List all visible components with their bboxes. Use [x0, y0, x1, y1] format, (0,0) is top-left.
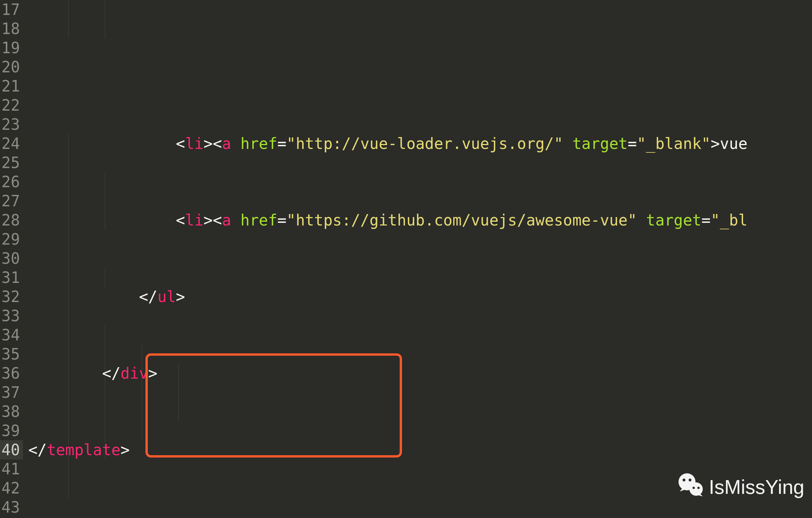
code-line[interactable]: <li><a href="http://vue-loader.vuejs.org… [28, 134, 812, 153]
code-line[interactable]: </template> [28, 440, 812, 459]
line-number: 36 [0, 364, 23, 383]
line-number: 34 [0, 325, 23, 345]
line-number: 20 [0, 57, 23, 77]
line-number: 42 [0, 479, 23, 498]
line-number: 41 [0, 459, 23, 479]
line-number: 35 [0, 345, 23, 364]
line-number: 40 [0, 440, 23, 459]
code-area[interactable]: <li><a href="http://vue-loader.vuejs.org… [23, 0, 812, 518]
line-number: 31 [0, 268, 23, 287]
code-line[interactable]: <li><a href="https://github.com/vuejs/aw… [28, 211, 812, 230]
line-number: 21 [0, 77, 23, 96]
code-line[interactable]: </div> [28, 364, 812, 383]
line-number: 39 [0, 421, 23, 440]
line-number: 23 [0, 115, 23, 134]
code-line[interactable]: </ul> [28, 287, 812, 306]
line-number: 38 [0, 402, 23, 421]
line-number: 25 [0, 153, 23, 172]
line-number: 29 [0, 230, 23, 249]
code-editor[interactable]: 1718192021222324252627282930313233343536… [0, 0, 812, 518]
line-number: 43 [0, 498, 23, 517]
line-number: 19 [0, 38, 23, 57]
line-number: 32 [0, 287, 23, 306]
line-number: 37 [0, 383, 23, 402]
line-number: 26 [0, 172, 23, 191]
line-number: 30 [0, 249, 23, 268]
line-number: 17 [0, 0, 23, 19]
line-number: 18 [0, 19, 23, 38]
line-number-gutter: 1718192021222324252627282930313233343536… [0, 0, 23, 518]
line-number: 28 [0, 211, 23, 230]
line-number: 22 [0, 96, 23, 115]
line-number: 27 [0, 191, 23, 211]
line-number: 24 [0, 134, 23, 153]
line-number: 33 [0, 306, 23, 325]
